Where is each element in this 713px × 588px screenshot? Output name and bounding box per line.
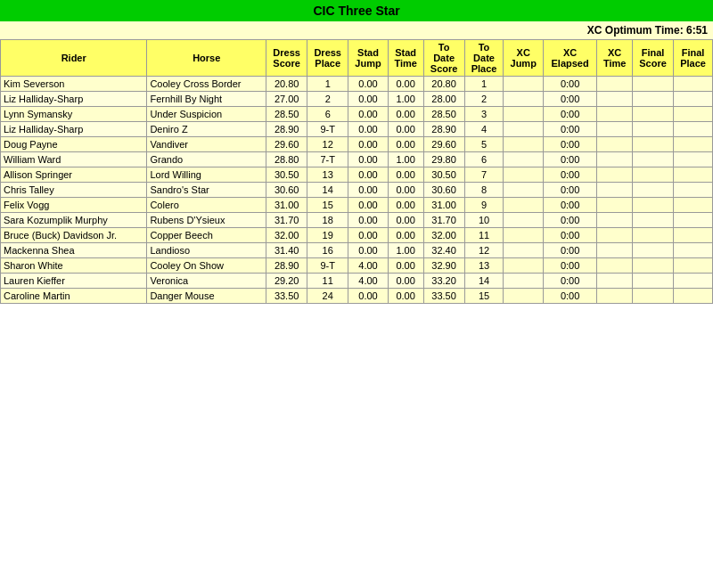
cell-stad_time: 0.00 [388,258,423,274]
cell-final_place [674,243,713,258]
cell-xc_time [597,228,633,243]
cell-final_score [633,274,674,289]
cell-xc_elapsed: 0:00 [543,258,596,274]
cell-dress_score: 33.50 [266,289,307,304]
cell-rider: Caroline Martin [1,289,147,304]
cell-stad_jump: 4.00 [348,258,389,274]
cell-horse: Sandro's Star [147,183,266,198]
cell-final_score [633,243,674,258]
cell-xc_time [597,137,633,152]
cell-to_date_place: 3 [464,107,504,122]
cell-xc_elapsed: 0:00 [543,183,596,198]
cell-horse: Vandiver [147,137,266,152]
cell-dress_place: 9-T [307,258,348,274]
cell-stad_jump: 0.00 [348,243,389,258]
cell-xc_jump [504,92,544,107]
cell-to_date_score: 31.00 [423,198,464,213]
cell-final_score [633,167,674,183]
cell-stad_time: 1.00 [388,152,423,167]
cell-xc_time [597,258,633,274]
xc-optimum-time: XC Optimum Time: 6:51 [0,21,713,39]
cell-xc_jump [504,137,544,152]
cell-xc_jump [504,274,544,289]
cell-final_place [674,152,713,167]
cell-xc_jump [504,228,544,243]
cell-stad_time: 0.00 [388,77,423,92]
cell-to_date_score: 30.50 [423,167,464,183]
cell-rider: Lauren Kieffer [1,274,147,289]
cell-stad_time: 0.00 [388,167,423,183]
cell-to_date_score: 29.80 [423,152,464,167]
cell-xc_elapsed: 0:00 [543,289,596,304]
cell-xc_time [597,183,633,198]
col-header-8: XC Jump [504,40,544,77]
cell-xc_jump [504,243,544,258]
cell-xc_time [597,107,633,122]
cell-xc_elapsed: 0:00 [543,198,596,213]
cell-to_date_place: 5 [464,137,504,152]
cell-xc_elapsed: 0:00 [543,152,596,167]
table-row: Allison SpringerLord Willing30.50130.000… [1,167,713,183]
cell-stad_jump: 0.00 [348,152,389,167]
cell-horse: Danger Mouse [147,289,266,304]
table-row: Caroline MartinDanger Mouse33.50240.000.… [1,289,713,304]
cell-xc_time [597,152,633,167]
cell-horse: Landioso [147,243,266,258]
cell-to_date_score: 20.80 [423,77,464,92]
cell-dress_score: 30.50 [266,167,307,183]
cell-final_score [633,137,674,152]
cell-final_place [674,213,713,228]
cell-to_date_score: 29.60 [423,137,464,152]
cell-final_place [674,289,713,304]
cell-rider: Allison Springer [1,167,147,183]
cell-to_date_place: 12 [464,243,504,258]
cell-to_date_score: 32.40 [423,243,464,258]
cell-dress_place: 12 [307,137,348,152]
cell-stad_jump: 0.00 [348,77,389,92]
cell-final_place [674,107,713,122]
cell-stad_time: 0.00 [388,228,423,243]
col-header-10: XC Time [597,40,633,77]
cell-stad_time: 0.00 [388,274,423,289]
table-row: Lauren KiefferVeronica29.20114.000.0033.… [1,274,713,289]
col-header-3: Dress Place [307,40,348,77]
col-header-1: Horse [147,40,266,77]
cell-stad_time: 1.00 [388,92,423,107]
cell-xc_jump [504,183,544,198]
cell-to_date_place: 7 [464,167,504,183]
cell-stad_time: 1.00 [388,243,423,258]
cell-final_score [633,92,674,107]
cell-final_score [633,77,674,92]
cell-xc_elapsed: 0:00 [543,137,596,152]
cell-dress_score: 30.60 [266,183,307,198]
col-header-11: Final Score [633,40,674,77]
cell-xc_jump [504,107,544,122]
col-header-9: XC Elapsed [543,40,596,77]
cell-final_score [633,183,674,198]
cell-final_score [633,258,674,274]
cell-rider: Liz Halliday-Sharp [1,92,147,107]
cell-xc_jump [504,77,544,92]
cell-horse: Under Suspicion [147,107,266,122]
page-title: CIC Three Star [0,0,713,21]
table-row: Lynn SymanskyUnder Suspicion28.5060.000.… [1,107,713,122]
cell-horse: Grando [147,152,266,167]
cell-xc_time [597,92,633,107]
cell-dress_place: 24 [307,289,348,304]
cell-xc_elapsed: 0:00 [543,228,596,243]
table-row: Liz Halliday-SharpFernhill By Night27.00… [1,92,713,107]
cell-to_date_score: 32.90 [423,258,464,274]
cell-final_place [674,183,713,198]
cell-xc_elapsed: 0:00 [543,77,596,92]
cell-xc_time [597,167,633,183]
cell-stad_jump: 0.00 [348,228,389,243]
cell-horse: Cooley On Show [147,258,266,274]
cell-xc_jump [504,122,544,137]
cell-xc_jump [504,167,544,183]
cell-to_date_place: 15 [464,289,504,304]
cell-dress_place: 9-T [307,122,348,137]
cell-final_score [633,107,674,122]
cell-dress_place: 16 [307,243,348,258]
cell-dress_score: 28.90 [266,258,307,274]
cell-stad_time: 0.00 [388,183,423,198]
